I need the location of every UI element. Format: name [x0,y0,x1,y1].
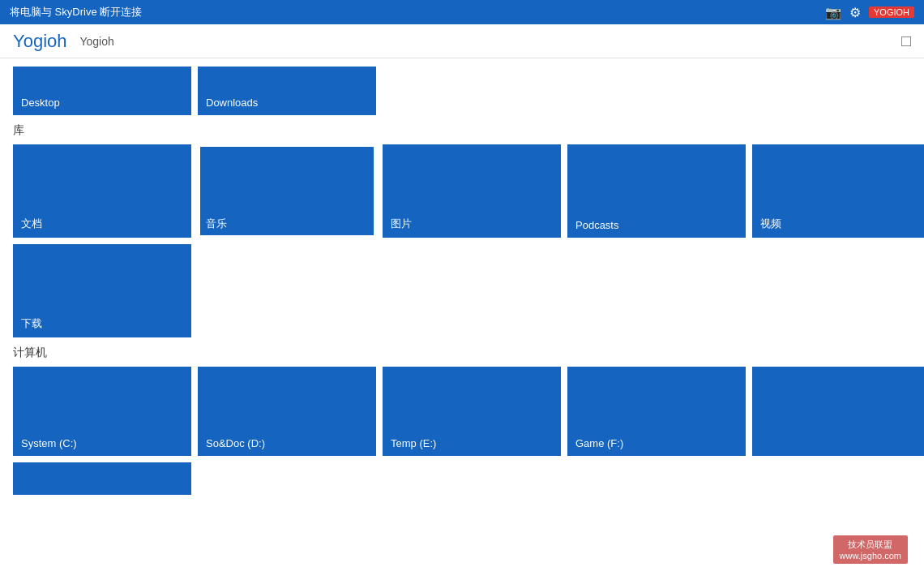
libraries-row2: 下载 [13,244,911,337]
tile-podcasts[interactable]: Podcasts [567,144,746,238]
tile-videos[interactable]: 视频 [752,144,924,238]
tile-system-c[interactable]: System (C:) [13,367,191,456]
favorites-row: Desktop Downloads [13,67,911,115]
libraries-section-label: 库 [13,123,911,138]
tile-music[interactable]: 音乐 [198,144,376,238]
tile-desktop[interactable]: Desktop [13,67,191,115]
camera-icon[interactable]: 📷 [825,5,841,20]
computer-row: System (C:) So&Doc (D:) Temp (E:) Game (… [13,367,911,456]
topbar-icons: 📷 ⚙ YOGIOH [825,5,914,20]
settings-icon[interactable]: ⚙ [849,5,861,20]
computer-section-label: 计算机 [13,346,911,360]
tile-bottom-partial[interactable] [13,462,191,495]
main-content: Desktop Downloads 库 文档 音乐 图片 Podcasts 视频… [0,58,924,580]
header: Yogioh Yogioh □ [0,24,924,58]
tile-game-f[interactable]: Game (F:) [567,367,746,456]
topbar: 将电脑与 SkyDrive 断开连接 📷 ⚙ YOGIOH [0,0,924,24]
tile-temp-e[interactable]: Temp (E:) [383,367,561,456]
topbar-title: 将电脑与 SkyDrive 断开连接 [10,5,142,19]
tile-extra[interactable] [752,367,924,456]
tile-xiazai[interactable]: 下载 [13,244,191,337]
tile-downloads[interactable]: Downloads [198,67,376,115]
computer-row2 [13,462,911,495]
tile-documents[interactable]: 文档 [13,144,191,238]
breadcrumb: Yogioh [79,35,113,48]
tile-pictures[interactable]: 图片 [383,144,561,238]
app-title: Yogioh [13,31,66,52]
libraries-row1: 文档 音乐 图片 Podcasts 视频 [13,144,911,238]
user-badge[interactable]: YOGIOH [869,6,914,18]
window-action-icon[interactable]: □ [901,32,911,50]
tile-sodoc-d[interactable]: So&Doc (D:) [198,367,376,456]
